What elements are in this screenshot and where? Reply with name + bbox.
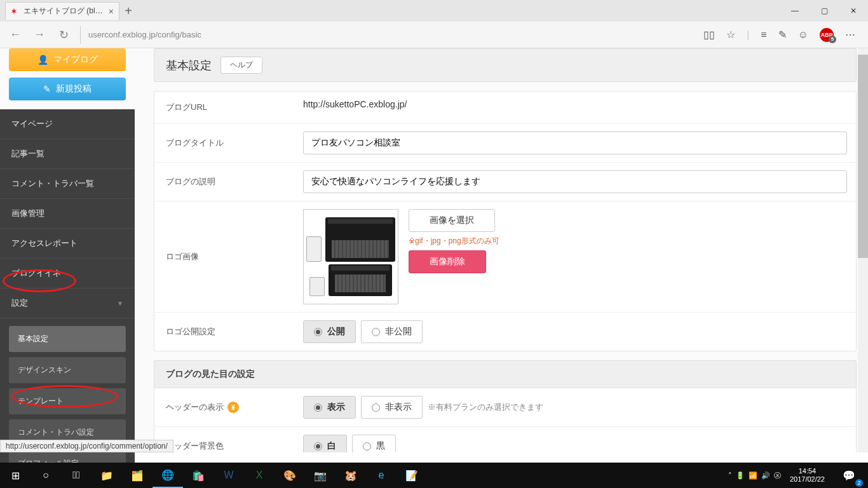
sidebar-item-access[interactable]: アクセスレポート: [0, 229, 135, 259]
window-close-button[interactable]: ✕: [839, 1, 868, 20]
laptop-open-icon: [329, 264, 392, 296]
browser-tab[interactable]: ✶ エキサイトブログ (blog)|基本 ×: [5, 2, 119, 20]
start-button[interactable]: ⊞: [0, 463, 31, 488]
nav-refresh-icon[interactable]: ↻: [56, 28, 71, 42]
label-header-bg: ヘッダー背景色: [154, 427, 294, 452]
new-tab-button[interactable]: +: [119, 2, 137, 20]
hub-icon[interactable]: ≡: [761, 29, 766, 41]
reading-view-icon[interactable]: ▯▯: [703, 29, 715, 41]
sidebar-sub-basic[interactable]: 基本設定: [9, 326, 126, 352]
sidebar-item-comments[interactable]: コメント・トラバ一覧: [0, 169, 135, 199]
label-blog-url: ブログURL: [154, 92, 294, 123]
value-blog-url: http://sukettoPC.exblog.jp/: [294, 92, 856, 123]
sidebar-item-articles[interactable]: 記事一覧: [0, 139, 135, 169]
coin-icon: ¥: [227, 402, 239, 413]
taskbar-camera-icon[interactable]: 📷: [305, 463, 336, 488]
cortana-icon[interactable]: ○: [31, 463, 61, 488]
nav-forward-icon[interactable]: →: [32, 28, 47, 41]
taskbar-folder1-icon[interactable]: 📁: [92, 463, 122, 488]
taskbar-paint-icon[interactable]: 🎨: [275, 463, 305, 488]
taskbar-edge-icon[interactable]: 🌐: [153, 463, 183, 488]
sidebar-sub-template[interactable]: テンプレート: [9, 388, 126, 414]
sidebar-item-mypage[interactable]: マイページ: [0, 109, 135, 139]
favorite-icon[interactable]: ☆: [726, 29, 735, 41]
person-icon: 👤: [37, 55, 48, 65]
url-bar[interactable]: userconf.exblog.jp/config/basic: [80, 26, 695, 44]
logo-format-note: ※gif・jpg・png形式のみ可: [409, 236, 499, 247]
taskbar-clock[interactable]: 14:54 2017/02/22: [785, 467, 830, 484]
tab-title: エキサイトブログ (blog)|基本: [24, 6, 105, 17]
chevron-down-icon: ▼: [117, 300, 123, 307]
taskbar-word-icon[interactable]: W: [214, 463, 244, 488]
taskview-icon[interactable]: ▢⃞: [61, 463, 92, 488]
myblog-button[interactable]: 👤 マイブログ: [9, 48, 126, 71]
laptop-icon: [325, 217, 395, 262]
input-blog-title[interactable]: [303, 132, 847, 154]
help-button[interactable]: ヘルプ: [220, 57, 262, 74]
tray-wifi-icon[interactable]: 📶: [749, 471, 757, 480]
tab-close-icon[interactable]: ×: [109, 6, 114, 17]
taskbar-store-icon[interactable]: 🛍️: [183, 463, 214, 488]
tray-close-icon[interactable]: ⓧ: [774, 471, 781, 480]
label-logo-pub: ロゴ公開設定: [154, 313, 294, 351]
radio-bg-black[interactable]: 黒: [352, 435, 396, 452]
action-center-icon[interactable]: 💬: [834, 463, 864, 488]
new-post-button[interactable]: ✎ 新規投稿: [9, 78, 126, 100]
taskbar-notes-icon[interactable]: 📝: [397, 463, 427, 488]
sidebar-item-images[interactable]: 画像管理: [0, 199, 135, 229]
window-maximize-button[interactable]: ▢: [810, 1, 839, 20]
logo-thumbnail: [303, 209, 398, 304]
radio-logo-private[interactable]: 非公開: [361, 320, 423, 343]
taskbar-explorer-icon[interactable]: 🗂️: [122, 463, 153, 488]
radio-header-hide[interactable]: 非表示: [361, 396, 423, 419]
sidebar-sub-design[interactable]: デザインスキン: [9, 357, 126, 383]
status-bar: http://userconf.exblog.jp/config/comment…: [0, 440, 173, 452]
input-blog-desc[interactable]: [303, 170, 847, 193]
window-minimize-button[interactable]: —: [780, 1, 810, 20]
select-image-button[interactable]: 画像を選択: [409, 209, 495, 232]
taskbar-ie-icon[interactable]: e: [366, 463, 397, 488]
url-text: userconf.exblog.jp/config/basic: [88, 30, 201, 39]
label-blog-desc: ブログの説明: [154, 163, 294, 201]
abp-icon[interactable]: ABP5: [820, 28, 834, 42]
sidebar-item-iine[interactable]: ブログイイネ: [0, 259, 135, 288]
radio-header-show[interactable]: 表示: [303, 396, 356, 419]
tray-chevron-icon[interactable]: ˄: [728, 471, 732, 480]
nav-back-icon[interactable]: ←: [8, 28, 23, 41]
taskbar-app-icon[interactable]: 🐹: [336, 463, 366, 488]
tab-favicon-icon: ✶: [11, 7, 20, 16]
taskbar-excel-icon[interactable]: X: [244, 463, 275, 488]
label-header-display: ヘッダーの表示 ¥: [154, 388, 294, 426]
radio-logo-public[interactable]: 公開: [303, 320, 356, 343]
notes-icon[interactable]: ✎: [778, 29, 787, 41]
header-hint: ※有料プランのみ選択できます: [428, 402, 543, 413]
label-blog-title: ブログタイトル: [154, 124, 294, 162]
share-icon[interactable]: ☺: [798, 29, 808, 41]
radio-bg-white[interactable]: 白: [303, 435, 347, 452]
delete-image-button[interactable]: 画像削除: [409, 250, 486, 273]
tray-battery-icon[interactable]: 🔋: [736, 471, 745, 480]
label-logo: ロゴ画像: [154, 201, 294, 312]
calculator-icon: [309, 277, 325, 296]
page-scrollbar[interactable]: [858, 48, 868, 452]
page-title: 基本設定: [166, 58, 212, 73]
more-icon[interactable]: ⋯: [845, 29, 855, 41]
phone-icon: [306, 236, 322, 262]
tray-volume-icon[interactable]: 🔊: [761, 471, 770, 480]
sidebar-item-settings[interactable]: 設定 ▼: [0, 288, 135, 318]
section-appearance-head: ブログの見た目の設定: [154, 360, 857, 388]
pencil-icon: ✎: [43, 84, 51, 94]
